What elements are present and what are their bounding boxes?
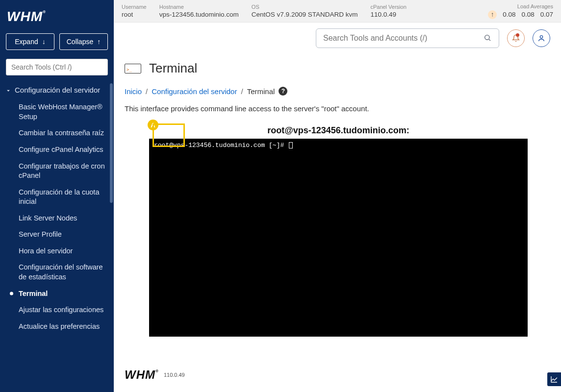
sidebar-item[interactable]: Configure cPanel Analytics — [5, 142, 109, 158]
logo: WHM® — [0, 0, 114, 28]
footer-logo: WHM® — [125, 368, 159, 382]
sidebar-item[interactable]: Link Server Nodes — [5, 210, 109, 227]
expand-label: Expand — [15, 38, 38, 46]
main-search-input[interactable] — [316, 28, 499, 48]
page-title: Terminal — [149, 61, 197, 76]
sidebar-item[interactable]: Configuración del software de estadístic… — [5, 259, 109, 285]
nav-group-title: Configuración del servidor — [15, 85, 100, 95]
sidebar-item[interactable]: Cambiar la contraseña raíz — [5, 125, 109, 142]
arrow-up-icon: ↑ — [488, 10, 497, 19]
header-row — [114, 23, 561, 54]
intro-text: This interface provides command line acc… — [125, 104, 547, 113]
sidebar-item[interactable]: Terminal — [5, 286, 109, 302]
main-content: >_ Terminal Inicio / Configuración del s… — [114, 54, 561, 392]
expand-button[interactable]: Expand — [6, 33, 54, 50]
nav-group-header[interactable]: Configuración del servidor — [5, 82, 109, 99]
terminal-cursor — [289, 142, 293, 148]
breadcrumb-current: Terminal — [247, 87, 275, 96]
user-menu-button[interactable] — [533, 29, 550, 47]
terminal-panel: A root@vps-123456.tudominio.com: root@vp… — [149, 123, 528, 337]
sidebar: WHM® Expand Collapse Configuración del s… — [0, 0, 114, 392]
hostname-value: vps-123456.tudominio.com — [159, 11, 239, 18]
load-2: 0.08 — [521, 11, 534, 18]
load-3: 0.07 — [540, 11, 553, 18]
sidebar-item[interactable]: Basic WebHost Manager® Setup — [5, 99, 109, 125]
notifications-button[interactable] — [507, 29, 525, 47]
cpver-label: cPanel Version — [370, 4, 406, 10]
arrow-up-icon — [97, 38, 101, 46]
main-search — [316, 28, 499, 48]
info-os: OS CentOS v7.9.2009 STANDARD kvm — [252, 0, 358, 22]
load-label: Load Averages — [517, 3, 553, 9]
load-1: 0.08 — [503, 11, 515, 18]
sidebar-item[interactable]: Configurar trabajos de cron cPanel — [5, 158, 109, 184]
cpver-value: 110.0.49 — [370, 11, 406, 18]
sidebar-scrollbar[interactable] — [110, 83, 113, 203]
sidebar-item[interactable]: Server Profile — [5, 226, 109, 243]
os-label: OS — [252, 4, 358, 10]
info-load: Load Averages ↑ 0.08 0.08 0.07 — [488, 0, 553, 22]
sidebar-search-input[interactable] — [6, 59, 108, 75]
search-icon[interactable] — [484, 34, 492, 43]
sidebar-item[interactable]: Hora del servidor — [5, 243, 109, 260]
breadcrumb: Inicio / Configuración del servidor / Te… — [125, 87, 547, 96]
svg-point-2 — [540, 36, 542, 38]
logo-text: WHM® — [7, 9, 46, 24]
hostname-label: Hostname — [159, 4, 239, 10]
help-icon[interactable]: ? — [279, 87, 287, 96]
username-value: root — [122, 11, 147, 18]
info-hostname: Hostname vps-123456.tudominio.com — [159, 0, 239, 22]
footer: WHM® 110.0.49 — [125, 356, 547, 382]
sidebar-nav: Configuración del servidor Basic WebHost… — [0, 80, 114, 392]
sidebar-item[interactable]: Configuración de la cuota inicial — [5, 184, 109, 210]
arrow-down-icon — [42, 38, 46, 46]
terminal-title: root@vps-123456.tudominio.com: — [149, 123, 528, 139]
terminal-icon: >_ — [125, 64, 141, 74]
breadcrumb-home[interactable]: Inicio — [125, 87, 142, 96]
username-label: Username — [122, 4, 147, 10]
terminal-body[interactable]: root@vps-123456.tudominio.com [~]# — [149, 139, 528, 337]
svg-point-0 — [485, 35, 489, 40]
collapse-label: Collapse — [67, 38, 93, 46]
info-username: Username root — [122, 0, 147, 22]
user-icon — [537, 34, 545, 42]
topbar: Username root Hostname vps-123456.tudomi… — [114, 0, 561, 23]
stats-toggle-button[interactable] — [547, 372, 561, 386]
breadcrumb-section[interactable]: Configuración del servidor — [152, 87, 237, 96]
notification-dot — [516, 33, 519, 37]
info-cpanel-version: cPanel Version 110.0.49 — [370, 0, 406, 22]
collapse-button[interactable]: Collapse — [59, 33, 108, 50]
sidebar-item[interactable]: Ajustar las configuraciones — [5, 302, 109, 318]
sidebar-item[interactable]: Actualice las preferencias — [5, 318, 109, 335]
chevron-down-icon — [5, 87, 12, 94]
chart-icon — [550, 375, 558, 383]
os-value: CentOS v7.9.2009 STANDARD kvm — [252, 11, 358, 18]
svg-line-1 — [489, 39, 490, 41]
footer-version: 110.0.49 — [164, 372, 185, 378]
callout-highlight — [153, 123, 185, 147]
